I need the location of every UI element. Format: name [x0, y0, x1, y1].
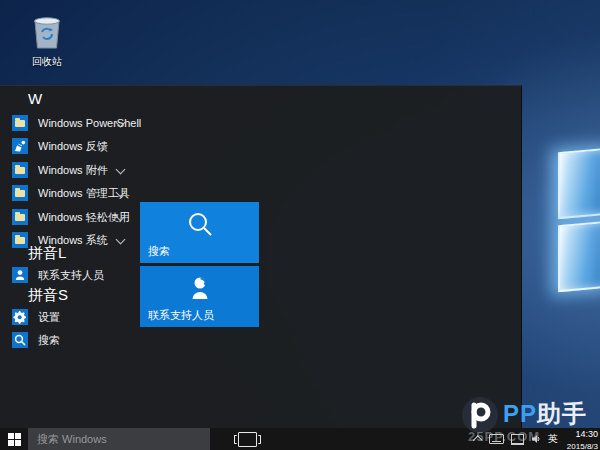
app-item-label: 联系支持人员	[38, 268, 104, 283]
app-section-header-pinyin-l: 拼音L	[28, 244, 66, 263]
folder-icon	[12, 185, 28, 201]
gear-icon	[12, 309, 28, 325]
contact-icon	[12, 267, 28, 283]
search-input[interactable]	[28, 428, 210, 450]
taskbar-search-box[interactable]	[28, 428, 210, 450]
app-item-search[interactable]: 搜索	[0, 329, 134, 351]
app-item-windows-ease-of-access[interactable]: Windows 轻松使用	[0, 206, 134, 228]
folder-icon	[12, 115, 28, 131]
app-section-header-pinyin-s: 拼音S	[28, 286, 68, 305]
recycle-bin-icon	[30, 12, 64, 54]
pp-assistant-brand: PP助手	[503, 398, 587, 430]
app-item-label: 搜索	[38, 333, 60, 348]
start-button[interactable]	[0, 428, 28, 450]
search-icon	[12, 332, 28, 348]
app-item-windows-powershell[interactable]: Windows PowerShell	[0, 112, 134, 134]
app-item-label: Windows PowerShell	[38, 117, 141, 129]
taskbar-clock[interactable]: 14:30 2015/8/3	[567, 427, 598, 450]
recycle-bin[interactable]: 回收站	[17, 12, 77, 69]
app-item-windows-system[interactable]: Windows 系统	[0, 229, 134, 251]
feedback-icon	[12, 138, 28, 154]
app-item-windows-admin-tools[interactable]: Windows 管理工具	[0, 182, 134, 204]
app-item-label: Windows 反馈	[38, 139, 108, 154]
folder-icon	[12, 232, 28, 248]
tile-label: 搜索	[148, 244, 170, 259]
task-view-icon[interactable]	[238, 432, 257, 447]
folder-icon	[12, 209, 28, 225]
windows-logo-pane-bottom	[558, 221, 600, 292]
app-item-windows-accessories[interactable]: Windows 附件	[0, 159, 134, 181]
contact-headset-icon	[140, 273, 259, 305]
app-item-windows-feedback[interactable]: Windows 反馈	[0, 135, 134, 157]
brand-suffix-text: 助手	[537, 400, 587, 427]
clock-time: 14:30	[575, 429, 598, 439]
windows-logo-icon	[8, 433, 21, 446]
app-item-contact-support[interactable]: 联系支持人员	[0, 264, 134, 286]
tile-contact-support[interactable]: 联系支持人员	[140, 266, 259, 327]
tile-label: 联系支持人员	[148, 308, 214, 323]
pp-assistant-site-watermark: 25PP.COM	[468, 429, 540, 444]
clock-date: 2015/8/3	[567, 442, 598, 450]
windows-logo-pane-top	[558, 148, 600, 219]
app-item-settings[interactable]: 设置	[0, 306, 134, 328]
search-icon	[140, 209, 259, 239]
chevron-down-icon[interactable]	[116, 235, 126, 245]
start-menu-panel: W Windows PowerShell Windows 反馈 Windows …	[0, 85, 522, 429]
tile-search[interactable]: 搜索	[140, 202, 259, 263]
app-section-header-w: W	[28, 90, 42, 107]
app-item-label: Windows 附件	[38, 163, 108, 178]
recycle-bin-label: 回收站	[17, 55, 77, 69]
input-language-indicator[interactable]: 英	[548, 432, 558, 446]
folder-icon	[12, 162, 28, 178]
brand-pp-text: PP	[503, 400, 537, 427]
chevron-down-icon[interactable]	[116, 165, 126, 175]
app-item-label: 设置	[38, 310, 60, 325]
